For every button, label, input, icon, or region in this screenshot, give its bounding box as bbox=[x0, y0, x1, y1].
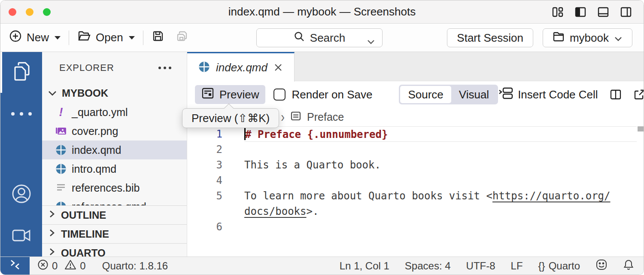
line-number: 1 bbox=[187, 126, 222, 142]
code-editor[interactable]: 1 # Preface {.unnumbered} 2 3 This is a … bbox=[187, 126, 644, 257]
insert-code-cell-button[interactable]: Insert Code Cell bbox=[498, 86, 598, 103]
line-number: 3 bbox=[187, 157, 222, 173]
code-text: To learn more about Quarto books visit <… bbox=[244, 188, 637, 204]
bib-icon bbox=[55, 182, 67, 194]
toggle-primary-sidebar-icon[interactable] bbox=[574, 6, 587, 18]
file-cover.png[interactable]: cover.png bbox=[42, 122, 187, 141]
split-editor-icon[interactable] bbox=[610, 89, 622, 100]
quarto-icon bbox=[55, 144, 67, 156]
yaml-icon: ! bbox=[55, 106, 67, 118]
visual-mode-tab[interactable]: Visual bbox=[451, 86, 497, 103]
more-activity-button[interactable] bbox=[0, 104, 42, 125]
save-icon bbox=[152, 30, 164, 46]
save-button[interactable] bbox=[152, 30, 164, 46]
editor-toolbar: Preview Render on Save Source Visual Ins… bbox=[187, 81, 644, 108]
save-all-button[interactable] bbox=[176, 30, 188, 46]
language-mode[interactable]: {} Quarto bbox=[538, 260, 580, 272]
code-text bbox=[244, 142, 637, 157]
feedback-smiley-icon bbox=[595, 259, 608, 273]
preview-button[interactable]: Preview bbox=[195, 85, 265, 104]
quarto-version[interactable]: Quarto: 1.8.16 bbox=[102, 260, 168, 272]
workspace-root-row[interactable]: MYBOOK bbox=[42, 84, 187, 103]
plus-circle-icon bbox=[9, 30, 22, 46]
chevron-down-icon bbox=[367, 34, 375, 48]
editor-scrollbar[interactable] bbox=[638, 126, 644, 131]
save-all-icon bbox=[176, 30, 188, 46]
insert-code-cell-label: Insert Code Cell bbox=[518, 88, 598, 101]
sidebar-section-timeline[interactable]: TIMELINE bbox=[42, 224, 187, 243]
sidebar-section-quarto[interactable]: QUARTO bbox=[42, 243, 187, 257]
toggle-secondary-sidebar-icon[interactable] bbox=[620, 6, 632, 18]
customize-layout-icon[interactable] bbox=[551, 6, 564, 18]
chevron-down-icon bbox=[614, 31, 623, 45]
camera-button[interactable] bbox=[12, 228, 31, 244]
language-mode-label: Quarto bbox=[549, 260, 580, 272]
bell-icon bbox=[623, 259, 634, 273]
feedback-button[interactable] bbox=[595, 259, 608, 273]
line-number: 4 bbox=[187, 173, 222, 188]
notifications-button[interactable] bbox=[623, 259, 634, 273]
file-intro.qmd[interactable]: intro.qmd bbox=[42, 159, 187, 178]
open-button[interactable]: Open bbox=[77, 30, 135, 46]
folder-icon bbox=[553, 31, 565, 45]
code-text bbox=[244, 219, 637, 235]
code-segment: >. bbox=[307, 205, 319, 217]
braces-icon: {} bbox=[538, 260, 545, 272]
start-session-button[interactable]: Start Session bbox=[447, 28, 533, 47]
code-line[interactable]: 1 # Preface {.unnumbered} bbox=[187, 126, 644, 142]
tab-close-button[interactable] bbox=[273, 63, 283, 72]
workspace-button[interactable]: mybook bbox=[543, 28, 632, 47]
eol-setting[interactable]: LF bbox=[511, 260, 523, 272]
code-line[interactable]: 6 bbox=[187, 219, 644, 235]
main-area: EXPLORER MYBOOK ! _quarto.yml cover.png … bbox=[0, 52, 644, 257]
tab-index-qmd[interactable]: index.qmd bbox=[187, 52, 295, 82]
code-segment: To learn more about Quarto books visit < bbox=[244, 190, 492, 202]
document-icon bbox=[290, 111, 301, 124]
indentation-setting[interactable]: Spaces: 4 bbox=[405, 260, 451, 272]
account-icon bbox=[11, 198, 32, 205]
preview-icon bbox=[201, 87, 214, 102]
file-_quarto.yml[interactable]: ! _quarto.yml bbox=[42, 103, 187, 122]
editor-column: index.qmd Preview Render on Save Source … bbox=[187, 52, 644, 257]
search-input[interactable]: Search bbox=[256, 28, 383, 47]
code-text: This is a Quarto book. bbox=[244, 157, 637, 173]
file-index.qmd[interactable]: index.qmd bbox=[42, 141, 187, 159]
errors-warnings-button[interactable]: 0 0 bbox=[37, 259, 86, 273]
text-cursor bbox=[244, 128, 246, 140]
code-line[interactable]: 4 bbox=[187, 173, 644, 188]
code-line[interactable]: 2 bbox=[187, 142, 644, 157]
files-icon bbox=[12, 61, 31, 84]
code-line[interactable]: 3 This is a Quarto book. bbox=[187, 157, 644, 173]
code-link[interactable]: https://quarto.org/ bbox=[492, 190, 611, 202]
video-camera-icon bbox=[12, 237, 31, 244]
quarto-icon bbox=[55, 163, 67, 175]
remote-indicator-button[interactable] bbox=[0, 257, 30, 275]
open-external-icon[interactable] bbox=[633, 89, 644, 100]
workspace-root-label: MYBOOK bbox=[62, 87, 108, 99]
ellipsis-icon bbox=[10, 110, 33, 118]
chevron-expanded-icon bbox=[47, 87, 58, 99]
code-segment: # Preface {.unnumbered} bbox=[245, 128, 388, 141]
encoding-setting[interactable]: UTF-8 bbox=[466, 260, 495, 272]
file-references.bib[interactable]: references.bib bbox=[42, 178, 187, 197]
cursor-position[interactable]: Ln 1, Col 1 bbox=[340, 260, 389, 272]
breadcrumb-section[interactable]: Preface bbox=[307, 111, 344, 123]
source-mode-tab[interactable]: Source bbox=[400, 86, 451, 103]
account-button[interactable] bbox=[11, 183, 32, 206]
explorer-activity-button[interactable] bbox=[0, 52, 42, 93]
toolbar-divider bbox=[143, 31, 143, 45]
open-button-label: Open bbox=[96, 31, 123, 44]
sidebar-section-outline[interactable]: OUTLINE bbox=[42, 205, 187, 224]
code-line[interactable]: docs/books>. bbox=[187, 204, 644, 219]
code-text bbox=[244, 173, 637, 188]
tab-title: index.qmd bbox=[216, 61, 267, 74]
code-text: # Preface {.unnumbered} bbox=[244, 126, 637, 142]
toggle-panel-icon[interactable] bbox=[597, 6, 610, 18]
render-on-save-checkbox[interactable] bbox=[273, 89, 286, 101]
explorer-more-button[interactable] bbox=[158, 61, 172, 73]
warning-icon bbox=[64, 259, 76, 273]
code-link[interactable]: docs/books bbox=[244, 205, 307, 217]
code-line[interactable]: 5 To learn more about Quarto books visit… bbox=[187, 188, 644, 204]
app-window: index.qmd — mybook — Screenshots New bbox=[0, 0, 644, 275]
new-button[interactable]: New bbox=[9, 30, 61, 46]
